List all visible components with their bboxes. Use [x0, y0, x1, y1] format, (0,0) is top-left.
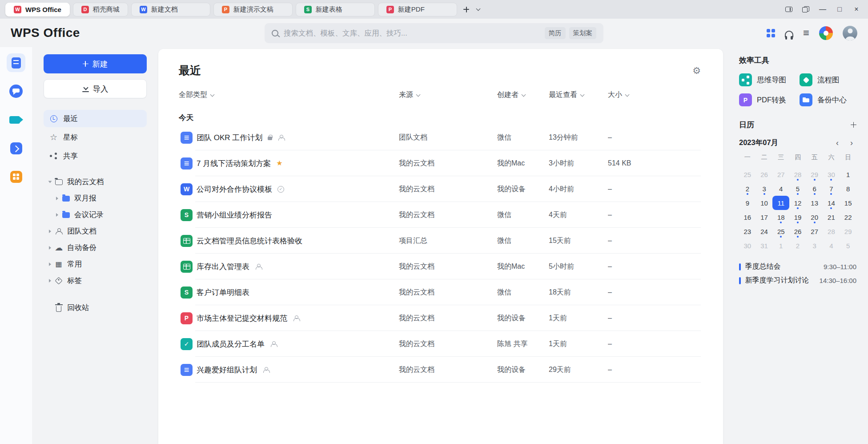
calendar-day[interactable]: 23 [739, 224, 756, 238]
calendar-day[interactable]: 25 [739, 167, 756, 182]
document-tab[interactable]: 新建PDF [378, 3, 457, 16]
new-tab-button[interactable] [460, 3, 473, 16]
calendar-day[interactable]: 11 [772, 196, 789, 210]
split-view-button[interactable] [781, 2, 797, 16]
filter-dropdown[interactable]: 全部类型 [179, 90, 214, 100]
file-row[interactable]: 公司对外合作协议模板 我的云文档 我的设备 4小时前 – [179, 176, 701, 202]
expand-chevron-icon[interactable] [46, 180, 53, 184]
rail-transfer-button[interactable] [7, 139, 25, 157]
event-row[interactable]: 新季度学习计划讨论 14:30–16:00 [739, 274, 856, 287]
filter-dropdown[interactable]: 最近查看 [549, 90, 584, 100]
search-input[interactable] [283, 28, 545, 38]
tab-list-dropdown-button[interactable] [473, 3, 484, 16]
tree-item[interactable]: 我的云文档 [44, 174, 147, 190]
calendar-day[interactable]: 29 [806, 167, 823, 182]
trash-item[interactable]: 回收站 [44, 299, 147, 316]
file-row[interactable]: 客户订单明细表 我的云文档 微信 18天前 – [179, 279, 701, 305]
document-tab[interactable]: 稻壳商城 [73, 3, 128, 16]
calendar-day[interactable]: 3 [756, 182, 773, 196]
expand-chevron-icon[interactable] [46, 279, 53, 283]
tool-item[interactable]: 思维导图 [739, 73, 796, 86]
calendar-day[interactable]: 31 [756, 238, 773, 253]
tree-item[interactable]: 会议记录 [44, 206, 147, 223]
calendar-day[interactable]: 4 [772, 182, 789, 196]
nav-item[interactable]: 星标 [44, 129, 147, 146]
calendar-day[interactable]: 5 [840, 238, 856, 253]
calendar-day[interactable]: 29 [840, 224, 856, 238]
expand-chevron-icon[interactable] [46, 262, 53, 266]
tool-item[interactable]: 流程图 [800, 73, 856, 86]
expand-chevron-icon[interactable] [53, 213, 60, 217]
filter-dropdown[interactable]: 来源 [399, 90, 420, 100]
document-tab[interactable]: 新建演示文稿 [213, 3, 293, 16]
workspace-button[interactable] [798, 2, 814, 16]
event-row[interactable]: 季度总结会 9:30–11:00 [739, 260, 856, 274]
nav-item[interactable]: 共享 [44, 147, 147, 165]
calendar-day[interactable]: 26 [756, 167, 773, 182]
menu-icon[interactable]: ≡ [803, 28, 809, 38]
tree-item[interactable]: 标签 [44, 272, 147, 289]
document-tab[interactable]: WPS Office [5, 3, 70, 16]
calendar-day[interactable]: 27 [772, 167, 789, 182]
file-row[interactable]: 7 月线下活动策划方案 我的云文档 我的Mac 3小时前 514 KB [179, 150, 701, 176]
maximize-button[interactable]: □ [832, 2, 848, 16]
expand-chevron-icon[interactable] [53, 197, 60, 200]
file-row[interactable]: 库存出入管理表 我的云文档 我的Mac 5小时前 – [179, 254, 701, 279]
calendar-day[interactable]: 19 [789, 210, 806, 224]
expand-chevron-icon[interactable] [46, 230, 53, 233]
tree-item[interactable]: 常用 [44, 256, 147, 272]
rail-docs-button[interactable] [7, 53, 25, 72]
tool-item[interactable]: PDF转换 [739, 93, 796, 106]
calendar-day[interactable]: 5 [789, 182, 806, 196]
import-button[interactable]: 导入 [44, 79, 147, 98]
calendar-day[interactable]: 20 [806, 210, 823, 224]
search-bar[interactable]: 简历策划案 [265, 23, 603, 43]
calendar-next-button[interactable]: › [847, 138, 856, 148]
calendar-day[interactable]: 12 [789, 196, 806, 210]
tree-item[interactable]: 双月报 [44, 190, 147, 206]
apps-grid-icon[interactable] [767, 29, 775, 37]
calendar-day[interactable]: 17 [756, 210, 773, 224]
calendar-day[interactable]: 1 [840, 167, 856, 182]
settings-gear-button[interactable]: ⚙ [692, 66, 701, 75]
file-row[interactable]: 团队 OKR 工作计划 团队文档 微信 13分钟前 – [179, 125, 701, 150]
tool-item[interactable]: 备份中心 [800, 93, 856, 106]
file-row[interactable]: 兴趣爱好组队计划 我的云文档 我的设备 29天前 – [179, 357, 701, 383]
file-row[interactable]: 营销小组业绩分析报告 我的云文档 微信 4天前 – [179, 202, 701, 228]
support-headset-icon[interactable] [785, 31, 793, 37]
file-row[interactable]: 云文档管理员信息统计表格验收 项目汇总 微信 15天前 – [179, 228, 701, 254]
calendar-day[interactable]: 9 [739, 196, 756, 210]
rail-apps-button[interactable] [7, 167, 25, 186]
member-center-icon[interactable] [819, 26, 833, 40]
expand-chevron-icon[interactable] [46, 246, 53, 250]
calendar-day[interactable]: 6 [806, 182, 823, 196]
calendar-day[interactable]: 27 [806, 224, 823, 238]
calendar-day[interactable]: 4 [823, 238, 840, 253]
calendar-day[interactable]: 30 [823, 167, 840, 182]
minimize-button[interactable]: — [815, 2, 831, 16]
calendar-day[interactable]: 14 [823, 196, 840, 210]
search-tag[interactable]: 简历 [545, 27, 566, 39]
calendar-day[interactable]: 10 [756, 196, 773, 210]
calendar-day[interactable]: 24 [756, 224, 773, 238]
rail-meeting-button[interactable] [7, 110, 25, 129]
filter-dropdown[interactable]: 创建者 [497, 90, 525, 100]
calendar-day[interactable]: 30 [739, 238, 756, 253]
file-row[interactable]: 市场主体登记提交材料规范 我的云文档 我的设备 1天前 – [179, 305, 701, 331]
file-row[interactable]: 团队成员及分工名单 我的云文档 陈旭 共享 1天前 – [179, 331, 701, 357]
calendar-day[interactable]: 7 [823, 182, 840, 196]
close-button[interactable]: × [848, 2, 864, 16]
calendar-day[interactable]: 28 [789, 167, 806, 182]
calendar-day[interactable]: 13 [806, 196, 823, 210]
calendar-day[interactable]: 1 [772, 238, 789, 253]
add-event-button[interactable] [851, 122, 856, 128]
new-document-button[interactable]: 新建 [44, 54, 147, 73]
nav-item[interactable]: 最近 [44, 110, 147, 127]
tree-item[interactable]: 自动备份 [44, 239, 147, 256]
calendar-day[interactable]: 16 [739, 210, 756, 224]
calendar-day[interactable]: 8 [840, 182, 856, 196]
calendar-day[interactable]: 22 [840, 210, 856, 224]
calendar-day[interactable]: 18 [772, 210, 789, 224]
rail-chat-button[interactable] [7, 82, 25, 101]
calendar-day[interactable]: 25 [772, 224, 789, 238]
